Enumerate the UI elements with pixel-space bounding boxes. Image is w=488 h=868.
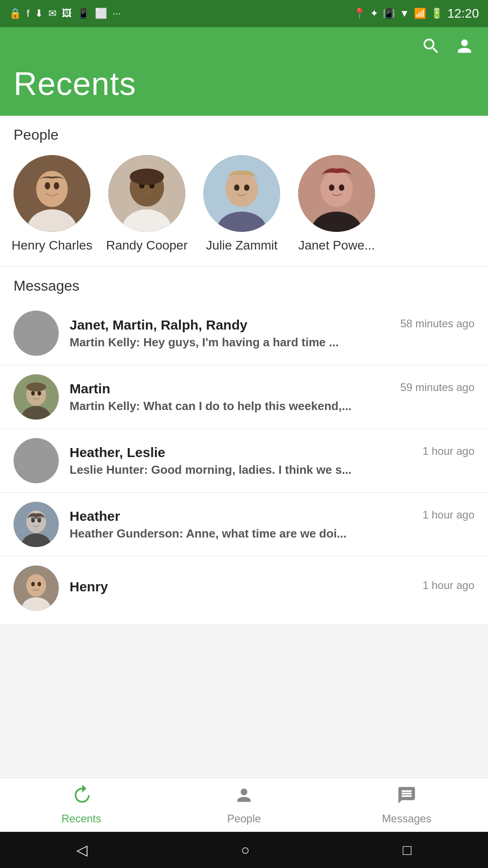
bluetooth-icon: ✦: [370, 8, 378, 19]
message-preview-group1: Martin Kelly: Hey guys, I'm having a har…: [70, 335, 474, 349]
svg-point-11: [130, 169, 164, 185]
facebook-icon: f: [27, 8, 29, 19]
svg-point-4: [54, 182, 59, 189]
android-navbar: ◁ ○ □: [0, 832, 488, 868]
messages-nav-icon: [397, 785, 417, 810]
message-time-henry-msg: 1 hour ago: [422, 579, 474, 592]
header: Recents: [0, 27, 488, 116]
svg-point-13: [225, 171, 258, 207]
time-display: 12:20: [447, 6, 479, 21]
message-header-group1: Janet, Martin, Ralph, Randy 58 minutes a…: [70, 317, 474, 333]
message-item-heather-leslie[interactable]: Heather, Leslie 1 hour ago Leslie Hunter…: [0, 429, 488, 493]
status-bar-left: 🔒 f ⬇ ✉ 🖼 📱 ⬜ ···: [9, 8, 121, 19]
back-button[interactable]: ◁: [76, 841, 88, 859]
nav-messages-label: Messages: [382, 812, 431, 825]
nav-messages[interactable]: Messages: [325, 778, 488, 832]
lock-icon: 🔒: [9, 8, 21, 19]
message-time-martin: 59 minutes ago: [400, 381, 474, 394]
main-content: People Henry Charles: [0, 116, 488, 625]
message-content-henry-msg: Henry 1 hour ago: [70, 579, 474, 597]
message-header-heather: Heather 1 hour ago: [70, 509, 474, 524]
bottom-navigation: Recents People Messages: [0, 778, 488, 832]
message-time-heather-leslie: 1 hour ago: [422, 445, 474, 458]
person-item-julie[interactable]: Julie Zammit: [194, 151, 289, 257]
message-name-heather: Heather: [70, 509, 120, 524]
message-preview-heather-leslie: Leslie Hunter: Good morning, ladies. I t…: [70, 463, 474, 477]
messages-section-header: Messages: [0, 267, 488, 302]
message-header-henry-msg: Henry 1 hour ago: [70, 579, 474, 594]
message-time-heather: 1 hour ago: [422, 509, 474, 521]
avatar-julie: [203, 155, 280, 232]
signal-icon: 📶: [414, 8, 426, 19]
recent-apps-button[interactable]: □: [403, 842, 411, 859]
nav-recents[interactable]: Recents: [0, 778, 163, 832]
svg-point-15: [234, 184, 239, 191]
svg-point-3: [45, 182, 50, 189]
svg-point-38: [38, 582, 41, 586]
people-nav-icon: [234, 785, 254, 810]
message-name-martin: Martin: [70, 381, 110, 396]
message-header-heather-leslie: Heather, Leslie 1 hour ago: [70, 445, 474, 460]
svg-point-20: [329, 184, 334, 191]
avatar-henry: [14, 155, 90, 232]
avatar-heather: [14, 502, 59, 547]
svg-rect-33: [31, 517, 42, 519]
gallery-icon: 🖼: [62, 8, 72, 19]
box-icon: ⬜: [95, 8, 107, 19]
message-content-martin: Martin 59 minutes ago Martin Kelly: What…: [70, 381, 474, 413]
recents-icon: [71, 785, 91, 810]
message-name-henry-msg: Henry: [70, 579, 108, 594]
person-name-randy: Randy Cooper: [106, 238, 188, 253]
avatar-janet: [298, 155, 375, 232]
phone-icon: 📱: [77, 8, 89, 19]
message-name-group1: Janet, Martin, Ralph, Randy: [70, 317, 247, 333]
header-actions: [14, 36, 474, 61]
message-content-heather: Heather 1 hour ago Heather Gunderson: An…: [70, 509, 474, 541]
people-section: People Henry Charles: [0, 116, 488, 266]
message-header-martin: Martin 59 minutes ago: [70, 381, 474, 396]
message-time-group1: 58 minutes ago: [400, 317, 474, 330]
vibrate-icon: 📳: [383, 8, 395, 19]
avatar-martin: [14, 374, 59, 420]
svg-point-1: [36, 171, 68, 207]
svg-point-35: [26, 574, 46, 597]
person-item-randy[interactable]: Randy Cooper: [99, 151, 194, 257]
search-button[interactable]: [421, 36, 441, 61]
avatar-heather-leslie: [14, 438, 59, 483]
svg-point-21: [339, 184, 344, 191]
page-title: Recents: [14, 65, 474, 102]
person-name-henry: Henry Charles: [12, 238, 93, 253]
nav-people-label: People: [227, 812, 261, 825]
svg-point-27: [26, 382, 46, 392]
svg-point-26: [38, 391, 41, 396]
person-item-henry[interactable]: Henry Charles: [5, 151, 99, 257]
person-item-janet[interactable]: Janet Powe...: [289, 151, 384, 257]
people-list: Henry Charles Randy Cooper: [0, 151, 488, 257]
message-item-heather[interactable]: Heather 1 hour ago Heather Gunderson: An…: [0, 493, 488, 557]
messages-section: Messages Janet, Martin, Ralph, Randy 58 …: [0, 267, 488, 625]
svg-point-37: [31, 582, 35, 586]
profile-button[interactable]: [455, 36, 474, 61]
message-preview-martin: Martin Kelly: What can I do to help this…: [70, 399, 474, 413]
person-name-janet: Janet Powe...: [298, 238, 375, 253]
person-name-julie: Julie Zammit: [206, 238, 278, 253]
message-item-henry[interactable]: Henry 1 hour ago: [0, 557, 488, 625]
message-content-heather-leslie: Heather, Leslie 1 hour ago Leslie Hunter…: [70, 445, 474, 477]
nav-recents-label: Recents: [61, 812, 101, 825]
avatar-henry-msg: [14, 566, 59, 611]
message-content-group1: Janet, Martin, Ralph, Randy 58 minutes a…: [70, 317, 474, 349]
location-icon: 📍: [353, 8, 366, 19]
people-section-header: People: [0, 116, 488, 151]
svg-point-25: [31, 391, 35, 396]
message-item-martin[interactable]: Martin 59 minutes ago Martin Kelly: What…: [0, 365, 488, 429]
wifi-icon: ▼: [399, 8, 409, 19]
nav-people[interactable]: People: [163, 778, 325, 832]
avatar-group1: [14, 311, 59, 356]
message-name-heather-leslie: Heather, Leslie: [70, 445, 165, 460]
home-button[interactable]: ○: [241, 842, 249, 859]
message-preview-heather: Heather Gunderson: Anne, what time are w…: [70, 527, 474, 541]
status-bar: 🔒 f ⬇ ✉ 🖼 📱 ⬜ ··· 📍 ✦ 📳 ▼ 📶 🔋 12:20: [0, 0, 488, 27]
status-bar-right: 📍 ✦ 📳 ▼ 📶 🔋 12:20: [353, 6, 479, 21]
svg-point-18: [320, 171, 353, 207]
message-item-group1[interactable]: Janet, Martin, Ralph, Randy 58 minutes a…: [0, 302, 488, 365]
